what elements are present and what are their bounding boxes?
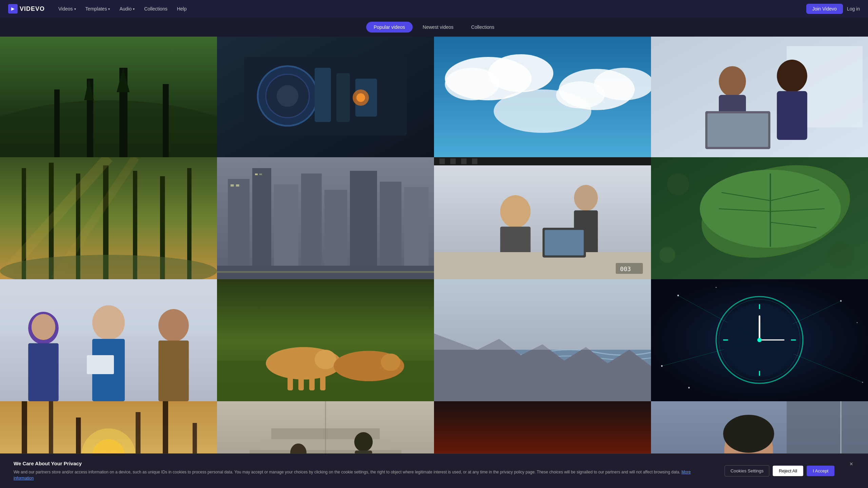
video-item-1[interactable] xyxy=(0,35,217,157)
chevron-down-icon: ▾ xyxy=(74,7,76,11)
tab-newest-videos[interactable]: Newest videos xyxy=(415,22,461,33)
cookie-banner: We Care About Your Privacy We and our pa… xyxy=(0,453,868,488)
tabs-bar: Popular videos Newest videos Collections xyxy=(0,18,868,37)
play-icon: ▶ xyxy=(11,6,15,11)
video-item-2[interactable] xyxy=(217,35,434,157)
cookies-settings-button[interactable]: Cookies Settings xyxy=(725,465,769,476)
logo[interactable]: ▶ VIDEVO xyxy=(8,4,45,14)
cookie-text-content: We Care About Your Privacy We and our pa… xyxy=(14,461,711,481)
video-item-4[interactable] xyxy=(651,35,868,157)
close-cookie-banner-button[interactable]: × xyxy=(848,461,854,468)
video-item-3[interactable] xyxy=(434,35,651,157)
cookie-actions: Cookies Settings Reject All I Accept xyxy=(725,465,834,476)
video-item-8[interactable] xyxy=(651,157,868,279)
video-item-10[interactable] xyxy=(217,279,434,401)
cookie-description: We and our partners store and/or access … xyxy=(14,469,711,481)
tab-collections[interactable]: Collections xyxy=(464,22,502,33)
tab-popular-videos[interactable]: Popular videos xyxy=(366,22,413,33)
video-item-12[interactable] xyxy=(651,279,868,401)
brand-name: VIDEVO xyxy=(20,5,45,13)
accept-all-button[interactable]: I Accept xyxy=(807,466,834,476)
nav-videos[interactable]: Videos ▾ xyxy=(54,4,80,14)
chevron-down-icon: ▾ xyxy=(108,7,110,11)
logo-icon: ▶ xyxy=(8,4,18,14)
video-item-6[interactable] xyxy=(217,157,434,279)
nav-help[interactable]: Help xyxy=(173,4,191,14)
chevron-down-icon: ▾ xyxy=(133,7,135,11)
reject-all-button[interactable]: Reject All xyxy=(773,466,803,476)
nav-audio[interactable]: Audio ▾ xyxy=(115,4,139,14)
video-item-5[interactable] xyxy=(0,157,217,279)
nav-collections[interactable]: Collections xyxy=(140,4,171,14)
nav-links: Videos ▾ Templates ▾ Audio ▾ Collections… xyxy=(54,4,797,14)
cookie-title: We Care About Your Privacy xyxy=(14,461,711,466)
navbar: ▶ VIDEVO Videos ▾ Templates ▾ Audio ▾ Co… xyxy=(0,0,868,18)
join-button[interactable]: Join Videvo xyxy=(806,4,843,14)
nav-right: Join Videvo Log in xyxy=(806,4,860,14)
login-button[interactable]: Log in xyxy=(847,6,860,12)
video-item-9[interactable] xyxy=(0,279,217,401)
video-item-11[interactable] xyxy=(434,279,651,401)
video-grid: 003 xyxy=(0,35,868,488)
nav-templates[interactable]: Templates ▾ xyxy=(81,4,114,14)
video-item-7[interactable]: 003 xyxy=(434,157,651,279)
